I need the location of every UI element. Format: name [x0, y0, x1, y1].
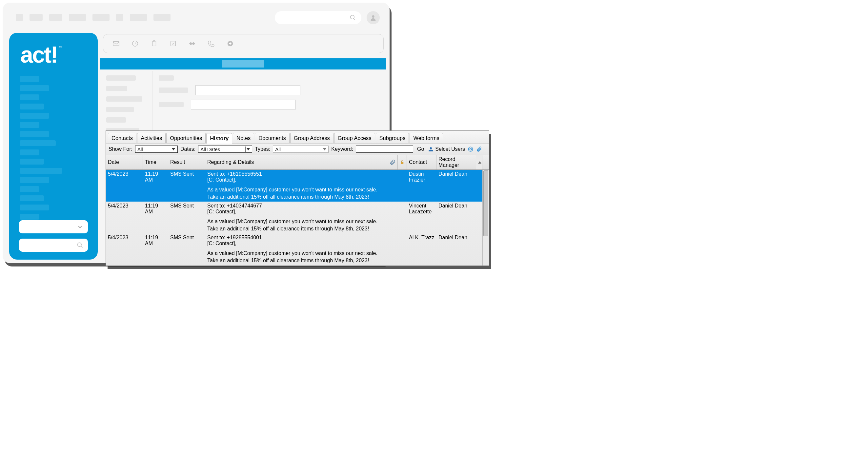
svg-point-11 [468, 147, 473, 151]
keyword-label: Keyword: [331, 146, 353, 152]
history-row[interactable]: 5/4/202311:19 AMSMS SentSent to: +161955… [106, 170, 489, 201]
tab-activities[interactable]: Activities [137, 133, 165, 143]
col-date[interactable]: Date [106, 155, 143, 169]
svg-line-4 [81, 246, 83, 248]
types-label: Types: [255, 146, 270, 152]
user-icon [428, 146, 434, 152]
col-lock[interactable] [398, 155, 407, 169]
clock-icon[interactable] [131, 40, 139, 47]
col-record-manager[interactable]: Record Manager [436, 155, 476, 169]
search-icon [77, 242, 83, 248]
col-details[interactable]: Regarding & Details [205, 155, 387, 169]
form-input-1[interactable] [195, 85, 300, 95]
tab-contacts[interactable]: Contacts [108, 133, 136, 143]
svg-line-1 [354, 19, 355, 20]
tab-group-address[interactable]: Group Address [290, 133, 334, 143]
go-button[interactable]: Go [416, 146, 425, 152]
chevron-down-icon [77, 224, 83, 230]
clipboard-icon[interactable] [151, 40, 158, 47]
svg-point-3 [78, 243, 82, 247]
global-search[interactable] [275, 11, 361, 24]
form-input-2[interactable] [191, 100, 296, 109]
svg-point-12 [470, 148, 471, 150]
show-for-label: Show For: [108, 146, 132, 152]
col-attachment[interactable] [387, 155, 398, 169]
app-logo: act!™ [20, 43, 92, 66]
user-avatar[interactable] [367, 11, 380, 24]
history-row[interactable]: 5/4/202311:19 AMSMS SentSent to: +192855… [106, 233, 489, 265]
scrollbar[interactable] [483, 170, 489, 265]
tab-group-access[interactable]: Group Access [334, 133, 375, 143]
tab-web-forms[interactable]: Web forms [409, 133, 443, 143]
keyword-input[interactable] [356, 146, 413, 153]
dates-label: Dates: [180, 146, 195, 152]
history-grid-body: 5/4/202311:19 AMSMS SentSent to: +161955… [106, 170, 489, 265]
detail-tabs: ContactsActivitiesOpportunitiesHistoryNo… [106, 131, 489, 143]
handshake-icon[interactable] [189, 40, 196, 47]
tab-documents[interactable]: Documents [255, 133, 289, 143]
phone-icon[interactable] [208, 40, 215, 47]
at-sign-icon[interactable] [468, 146, 473, 152]
action-toolbar [103, 34, 384, 53]
show-for-select[interactable]: All [135, 146, 178, 153]
svg-point-0 [350, 15, 354, 19]
checkbox-icon[interactable] [169, 40, 177, 47]
svg-rect-13 [401, 162, 404, 164]
tab-subgroups[interactable]: Subgroups [376, 133, 409, 143]
attachment-icon[interactable] [476, 146, 482, 152]
col-time[interactable]: Time [143, 155, 168, 169]
history-grid-header: Date Time Result Regarding & Details Con… [106, 155, 489, 170]
col-scroll-gutter [476, 155, 483, 169]
tab-history[interactable]: History [206, 133, 232, 144]
sidebar: act!™ [9, 33, 98, 260]
top-menu-skeleton [16, 14, 170, 21]
select-users-button[interactable]: Selcet Users [428, 146, 465, 152]
plus-circle-icon[interactable] [226, 40, 234, 47]
mail-icon[interactable] [113, 40, 120, 47]
tab-opportunities[interactable]: Opportunities [166, 133, 206, 143]
lock-icon [400, 159, 405, 165]
search-icon [349, 14, 356, 21]
history-filter-bar: Show For: All Dates: All Dates Types: Al… [106, 143, 489, 155]
history-row[interactable]: 5/4/202311:19 AMSMS SentSent to: +140347… [106, 201, 489, 233]
sidebar-select[interactable] [19, 220, 88, 233]
col-result[interactable]: Result [168, 155, 205, 169]
attachment-icon [390, 159, 396, 165]
dates-select[interactable]: All Dates [198, 146, 252, 153]
col-contact[interactable]: Contact [407, 155, 436, 169]
scrollbar-thumb[interactable] [483, 170, 488, 236]
types-select[interactable]: All [273, 146, 329, 153]
user-icon [370, 14, 377, 21]
sidebar-search[interactable] [19, 239, 88, 252]
history-panel: ContactsActivitiesOpportunitiesHistoryNo… [105, 130, 489, 266]
tab-notes[interactable]: Notes [233, 133, 254, 143]
svg-rect-9 [171, 41, 176, 46]
sidebar-nav [15, 76, 92, 220]
section-banner [100, 58, 386, 69]
svg-point-2 [372, 15, 374, 18]
svg-rect-5 [113, 42, 119, 46]
